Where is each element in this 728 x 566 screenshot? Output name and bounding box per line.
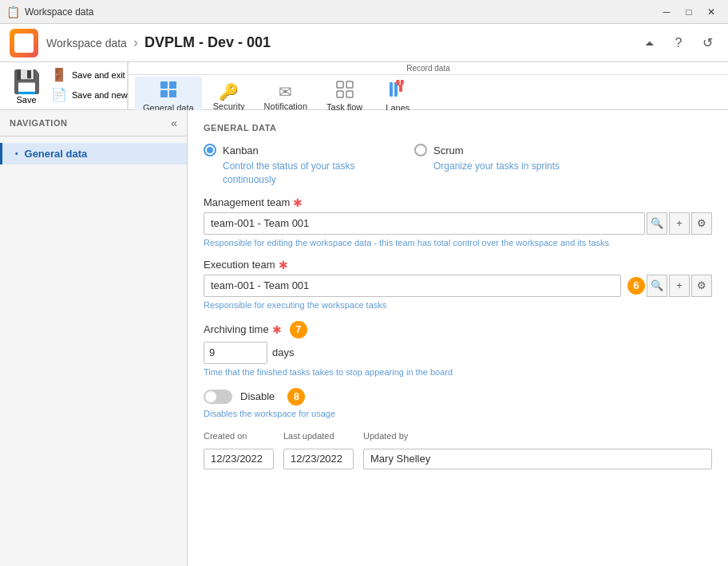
created-on-label: Created on	[204, 431, 274, 441]
save-new-icon: 📄	[51, 87, 67, 102]
kanban-radio[interactable]	[204, 144, 216, 156]
tab-security-label: Security	[213, 101, 245, 111]
management-team-hint: Responsible for editing the workspace da…	[204, 238, 712, 247]
archiving-spinbox-input[interactable]	[204, 342, 267, 363]
execution-team-input-row: 6 🔍 + ⚙	[204, 275, 712, 297]
updated-by-label-col: Updated by	[363, 431, 712, 444]
svg-rect-2	[160, 90, 168, 97]
metadata-section: Created on Last updated Updated by 12/23…	[204, 431, 712, 469]
general-data-icon	[159, 80, 178, 103]
last-updated-label-col: Last updated	[283, 431, 354, 444]
ribbon-section-content: 💾 Save 🚪 Save and exit 📄 Save and new	[0, 62, 127, 111]
breadcrumb-page: DVPLM - Dev - 001	[144, 34, 271, 51]
archiving-time-badge: 7	[290, 321, 307, 338]
svg-rect-8	[390, 82, 393, 97]
management-team-group: Management team ✱ 🔍 + ⚙ Responsible for …	[204, 196, 712, 247]
breadcrumb: Workspace data › DVPLM - Dev - 001	[46, 34, 639, 51]
scrum-option: Scrum Organize your tasks in sprints	[414, 144, 560, 187]
execution-team-search-button[interactable]: 🔍	[647, 275, 667, 297]
sidebar-collapse-button[interactable]: «	[171, 117, 177, 129]
header-actions: ⏶ ? ↺	[639, 32, 718, 54]
disable-hint: Disables the workspace for usage	[204, 409, 712, 418]
updated-by-label: Updated by	[363, 431, 712, 441]
archiving-spinbox-row: ▲ ▼ days	[204, 342, 712, 364]
archiving-required-star: ✱	[272, 323, 282, 336]
save-exit-icon: 🚪	[51, 67, 67, 82]
execution-team-menu-button[interactable]: ⚙	[691, 275, 712, 297]
maximize-button[interactable]: □	[679, 4, 699, 20]
toggle-thumb	[205, 391, 216, 402]
minimize-button[interactable]: ─	[656, 4, 677, 20]
kanban-label: Kanban	[223, 144, 259, 156]
kanban-desc: Control the status of your tasks continu…	[223, 160, 366, 187]
svg-rect-1	[169, 81, 176, 89]
tab-notification-label: Notification	[264, 101, 307, 111]
ribbon-section-record: 💾 Save 🚪 Save and exit 📄 Save and new Re…	[0, 62, 128, 109]
archiving-spinbox: ▲ ▼	[204, 342, 267, 364]
security-icon: 🔑	[219, 82, 239, 101]
ribbon-mini-group: 🚪 Save and exit 📄 Save and new	[46, 65, 133, 104]
title-bar-title: Workspace data	[25, 6, 656, 18]
svg-rect-7	[346, 91, 353, 97]
breadcrumb-app: Workspace data	[46, 37, 127, 49]
svg-rect-0	[160, 81, 168, 89]
management-team-menu-button[interactable]: ⚙	[691, 212, 712, 235]
scrum-radio[interactable]	[414, 144, 427, 156]
sidebar-title: NAVIGATION	[10, 118, 67, 128]
collapse-button[interactable]: ⏶	[639, 32, 661, 54]
title-bar: 📋 Workspace data ─ □ ✕	[0, 0, 728, 24]
save-exit-label: Save and exit	[72, 70, 125, 80]
svg-rect-4	[337, 81, 343, 88]
scrum-radio-row: Scrum	[414, 144, 560, 156]
management-required-star: ✱	[293, 196, 303, 209]
sidebar-header: NAVIGATION «	[0, 110, 187, 137]
disable-badge: 8	[287, 388, 305, 406]
content-area: GENERAL DATA Kanban Control the status o…	[188, 110, 728, 566]
app-logo	[10, 29, 38, 57]
archiving-hint: Time that the finished tasks takes to st…	[204, 367, 712, 377]
breadcrumb-separator: ›	[133, 34, 138, 51]
disable-label: Disable	[240, 390, 275, 402]
main-layout: NAVIGATION « • General data GENERAL DATA…	[0, 110, 728, 566]
help-button[interactable]: ?	[667, 32, 690, 54]
ribbon: 💾 Save 🚪 Save and exit 📄 Save and new Re…	[0, 62, 728, 110]
save-new-button[interactable]: 📄 Save and new	[46, 85, 133, 104]
created-on-label-col: Created on	[204, 431, 274, 444]
management-team-add-button[interactable]: +	[669, 212, 690, 235]
save-new-label: Save and new	[72, 90, 128, 100]
sidebar-item-label: General data	[25, 148, 88, 160]
save-button[interactable]: 💾 Save	[6, 65, 46, 108]
save-icon: 💾	[13, 69, 41, 95]
execution-team-group: Execution team ✱ 6 🔍 + ⚙ Responsible for…	[204, 259, 712, 310]
record-data-label: Record data	[129, 62, 728, 75]
kanban-radio-row: Kanban	[204, 144, 366, 156]
svg-text:!: !	[398, 80, 402, 87]
sidebar-item-general-data[interactable]: • General data	[0, 143, 187, 164]
execution-team-badge: 6	[627, 277, 645, 295]
management-team-search-button[interactable]: 🔍	[647, 212, 667, 235]
svg-rect-5	[346, 81, 353, 88]
updated-by-value: Mary Shelley	[363, 449, 712, 469]
execution-required-star: ✱	[279, 259, 288, 271]
execution-team-label: Execution team ✱	[204, 259, 712, 271]
scrum-label: Scrum	[433, 144, 464, 156]
title-bar-icon: 📋	[6, 6, 20, 18]
save-exit-button[interactable]: 🚪 Save and exit	[46, 65, 133, 84]
close-button[interactable]: ✕	[701, 4, 722, 20]
management-team-input[interactable]	[204, 212, 645, 235]
last-updated-value: 12/23/2022	[283, 449, 354, 469]
method-radio-group: Kanban Control the status of your tasks …	[204, 144, 712, 187]
refresh-button[interactable]: ↺	[696, 32, 718, 54]
created-on-value: 12/23/2022	[204, 449, 274, 469]
ribbon-record-data: Record data General data 🔑 Security	[128, 62, 728, 109]
disable-toggle-row: Disable 8	[204, 388, 712, 406]
execution-team-input[interactable]	[204, 275, 621, 297]
app-logo-inner	[14, 34, 34, 53]
execution-team-add-button[interactable]: +	[669, 275, 690, 297]
content-inner: GENERAL DATA Kanban Control the status o…	[188, 110, 728, 482]
disable-toggle[interactable]	[204, 390, 232, 404]
last-updated-label: Last updated	[283, 431, 354, 441]
sidebar-nav: • General data	[0, 137, 187, 171]
section-title: GENERAL DATA	[204, 123, 712, 133]
task-flow-icon	[336, 81, 354, 102]
